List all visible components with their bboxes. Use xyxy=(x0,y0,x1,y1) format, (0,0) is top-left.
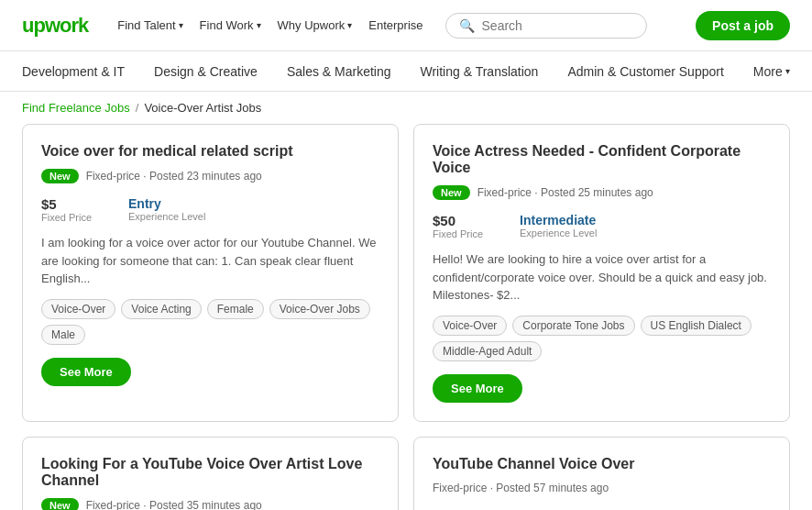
job-description: Hello! We are looking to hire a voice ov… xyxy=(433,250,771,305)
breadcrumb-current: Voice-Over Artist Jobs xyxy=(144,101,261,115)
find-work-nav[interactable]: Find Work ▾ xyxy=(200,18,261,32)
new-badge: New xyxy=(41,169,79,183)
job-card: Voice over for medical related script Ne… xyxy=(22,124,399,422)
job-details: $750 Fixed Price Entry Experience Level xyxy=(433,507,771,511)
search-icon: 🔍 xyxy=(459,18,475,33)
job-meta: Fixed-price · Posted 57 minutes ago xyxy=(433,482,771,494)
job-level-detail: Entry Experience Level xyxy=(520,507,597,511)
design-creative-nav[interactable]: Design & Creative xyxy=(139,51,272,92)
job-tag[interactable]: US English Dialect xyxy=(641,316,752,336)
job-title: YouTube Channel Voice Over xyxy=(433,456,771,472)
breadcrumb-separator: / xyxy=(136,101,139,115)
job-level-detail: Intermediate Experience Level xyxy=(520,213,597,239)
job-level-detail: Entry Experience Level xyxy=(128,196,205,223)
more-chevron-icon: ▾ xyxy=(785,66,790,76)
job-price: $5 xyxy=(41,196,92,212)
job-card: Voice Actress Needed - Confident Corpora… xyxy=(413,124,790,422)
main-nav: Find Talent ▾ Find Work ▾ Why Upwork ▾ E… xyxy=(117,18,422,32)
main-content: Voice over for medical related script Ne… xyxy=(0,124,812,510)
job-meta: New Fixed-price · Posted 25 minutes ago xyxy=(433,185,771,200)
find-work-chevron-icon: ▾ xyxy=(257,20,261,30)
job-tag[interactable]: Corporate Tone Jobs xyxy=(512,316,634,336)
job-title: Looking For a YouTube Voice Over Artist … xyxy=(41,456,379,489)
job-price-detail: $750 Fixed Price xyxy=(433,507,483,511)
search-bar: 🔍 xyxy=(445,13,647,39)
job-tag[interactable]: Voice-Over xyxy=(41,299,115,319)
job-meta-text: Fixed-price · Posted 25 minutes ago xyxy=(477,186,653,199)
job-card: Looking For a YouTube Voice Over Artist … xyxy=(22,437,399,511)
find-talent-chevron-icon: ▾ xyxy=(179,20,183,30)
new-badge: New xyxy=(41,498,79,511)
job-tags: Voice-OverCorporate Tone JobsUS English … xyxy=(433,316,771,361)
why-upwork-chevron-icon: ▾ xyxy=(347,20,352,30)
job-tags: Voice-OverVoice ActingFemaleVoice-Over J… xyxy=(41,299,379,345)
job-description: I am looking for a voice over actor for … xyxy=(41,234,379,288)
job-level: Entry xyxy=(520,507,597,511)
logo[interactable]: upwork xyxy=(22,14,88,38)
job-card: YouTube Channel Voice Over Fixed-price ·… xyxy=(413,437,790,511)
new-badge: New xyxy=(433,185,470,200)
enterprise-nav[interactable]: Enterprise xyxy=(368,18,422,32)
breadcrumb: Find Freelance Jobs / Voice-Over Artist … xyxy=(0,92,812,124)
job-tag[interactable]: Voice-Over Jobs xyxy=(269,299,370,319)
search-input[interactable] xyxy=(482,18,633,33)
job-price-detail: $50 Fixed Price xyxy=(433,213,483,239)
job-title: Voice Actress Needed - Confident Corpora… xyxy=(433,143,771,176)
job-price-label: Fixed Price xyxy=(41,212,92,223)
job-title: Voice over for medical related script xyxy=(41,143,379,160)
sales-marketing-nav[interactable]: Sales & Marketing xyxy=(272,51,406,92)
breadcrumb-link[interactable]: Find Freelance Jobs xyxy=(22,101,130,115)
job-details: $5 Fixed Price Entry Experience Level xyxy=(41,196,379,223)
job-price: $50 xyxy=(433,213,483,228)
find-talent-nav[interactable]: Find Talent ▾ xyxy=(117,18,182,32)
secondary-nav: Development & IT Design & Creative Sales… xyxy=(0,51,812,92)
job-details: $50 Fixed Price Intermediate Experience … xyxy=(433,213,771,239)
job-price: $750 xyxy=(433,507,483,511)
more-nav[interactable]: More ▾ xyxy=(739,51,805,92)
dev-it-nav[interactable]: Development & IT xyxy=(22,51,139,92)
job-level-label: Experience Level xyxy=(520,227,597,238)
job-grid: Voice over for medical related script Ne… xyxy=(22,124,790,510)
post-job-button[interactable]: Post a job xyxy=(696,11,790,40)
writing-translation-nav[interactable]: Writing & Translation xyxy=(406,51,554,92)
job-meta: New Fixed-price · Posted 23 minutes ago xyxy=(41,169,379,183)
why-upwork-nav[interactable]: Why Upwork ▾ xyxy=(278,18,353,32)
job-tag[interactable]: Male xyxy=(41,325,85,345)
job-tag[interactable]: Voice-Over xyxy=(433,316,507,336)
job-meta-text: Fixed-price · Posted 23 minutes ago xyxy=(86,170,262,183)
job-meta-text: Fixed-price · Posted 35 minutes ago xyxy=(86,499,262,511)
job-meta: New Fixed-price · Posted 35 minutes ago xyxy=(41,498,379,511)
job-price-detail: $5 Fixed Price xyxy=(41,196,92,223)
admin-support-nav[interactable]: Admin & Customer Support xyxy=(553,51,738,92)
job-level: Intermediate xyxy=(520,213,597,227)
job-tag[interactable]: Middle-Aged Adult xyxy=(433,341,542,361)
job-meta-text: Fixed-price · Posted 57 minutes ago xyxy=(433,482,609,494)
job-level: Entry xyxy=(128,196,205,211)
see-more-button[interactable]: See More xyxy=(433,374,522,403)
job-tag[interactable]: Female xyxy=(207,299,264,319)
header: upwork Find Talent ▾ Find Work ▾ Why Upw… xyxy=(0,0,812,51)
see-more-button[interactable]: See More xyxy=(41,358,131,386)
job-tag[interactable]: Voice Acting xyxy=(121,299,201,319)
job-price-label: Fixed Price xyxy=(433,228,483,239)
job-level-label: Experience Level xyxy=(128,211,205,222)
